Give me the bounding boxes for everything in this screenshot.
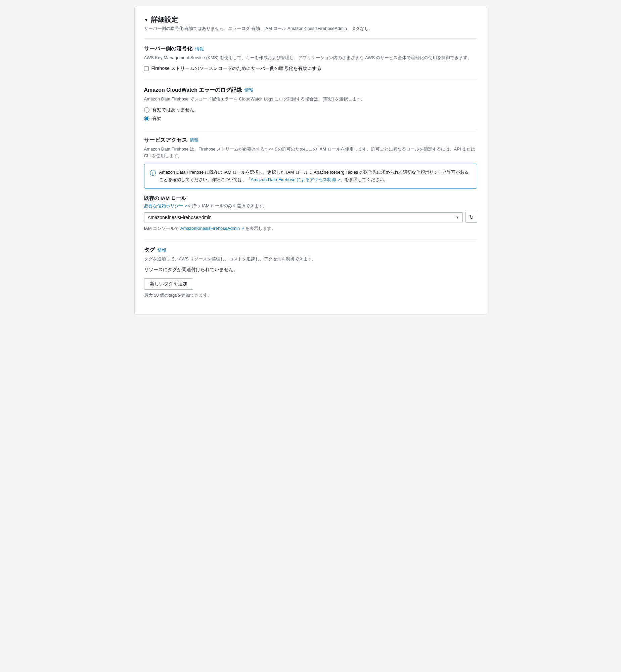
service-access-title: サービスアクセス (144, 137, 187, 144)
iam-role-select-row: AmazonKinesisFirehoseAdmin ▼ ↻ (144, 212, 477, 223)
cloudwatch-radio-disabled-row[interactable]: 有効ではありません (144, 107, 477, 113)
section-subtitle: サーバー側の暗号化 有効ではありません、エラーログ 有効、IAM ロール Ama… (144, 26, 477, 32)
cloudwatch-info-link[interactable]: 情報 (245, 87, 253, 93)
cloudwatch-section: Amazon CloudWatch エラーのログ記録 情報 Amazon Dat… (144, 87, 477, 122)
cloudwatch-radio-enabled-label: 有効 (152, 116, 162, 122)
iam-role-sublabel: 必要な信頼ポリシー ↗を持つ IAM ロールのみを選択できます。 (144, 203, 477, 209)
divider-2 (144, 80, 477, 80)
iam-role-select[interactable]: AmazonKinesisFirehoseAdmin (144, 212, 463, 223)
max-tags-note: 最大 50 個のtagsを追加できます。 (144, 292, 477, 299)
collapse-toggle[interactable]: ▼ (144, 17, 149, 23)
encryption-checkbox-label: Firehose ストリームのソースレコードのためにサーバー側の暗号化を有効にす… (152, 66, 321, 72)
trust-policy-link[interactable]: 必要な信頼ポリシー ↗ (144, 203, 188, 208)
external-link-icon-3: ↗ (241, 227, 244, 231)
tags-section: タグ 情報 タグを追加して、AWS リソースを整理し、コストを追跡し、アクセスを… (144, 247, 477, 299)
cloudwatch-radio-disabled-label: 有効ではありません (152, 107, 195, 113)
iam-console-note-suffix: を表示します。 (244, 226, 276, 231)
iam-console-link[interactable]: AmazonKinesisFirehoseAdmin ↗ (180, 226, 244, 231)
cloudwatch-title: Amazon CloudWatch エラーのログ記録 (144, 87, 242, 94)
info-circle-icon: ⓘ (150, 169, 156, 177)
service-access-info-box: ⓘ Amazon Data Firehose に既存の IAM ロールを選択し、… (144, 164, 477, 189)
divider-4 (144, 240, 477, 240)
cloudwatch-radio-enabled[interactable] (144, 116, 150, 121)
encryption-description: AWS Key Management Service (KMS) を使用して、キ… (144, 54, 477, 62)
cloudwatch-radio-enabled-row[interactable]: 有効 (144, 116, 477, 122)
refresh-button[interactable]: ↻ (465, 212, 477, 223)
cloudwatch-radio-disabled[interactable] (144, 107, 150, 113)
section-title: 詳細設定 (151, 15, 178, 24)
service-access-header: サービスアクセス 情報 (144, 137, 477, 144)
encryption-info-link[interactable]: 情報 (195, 46, 204, 52)
divider-3 (144, 130, 477, 130)
info-box-access-link[interactable]: Amazon Data Firehose によるアクセス制御 ↗ (251, 177, 340, 182)
external-link-icon-1: ↗ (337, 178, 340, 182)
iam-role-sublabel-text: を持つ IAM ロールのみを選択できます。 (188, 203, 267, 208)
service-access-section: サービスアクセス 情報 Amazon Data Firehose は、Fireh… (144, 137, 477, 232)
iam-console-note-text: IAM コンソールで (144, 226, 180, 231)
add-tag-button[interactable]: 新しいタグを追加 (144, 278, 193, 290)
encryption-title: サーバー側の暗号化 (144, 45, 193, 52)
main-card: ▼ 詳細設定 サーバー側の暗号化 有効ではありません、エラーログ 有効、IAM … (134, 7, 487, 315)
tags-header: タグ 情報 (144, 247, 477, 254)
tags-title: タグ (144, 247, 155, 254)
encryption-checkbox[interactable] (144, 66, 149, 71)
cloudwatch-description: Amazon Data Firehose でレコード配信エラーを CloudWa… (144, 96, 477, 103)
section-header: ▼ 詳細設定 (144, 15, 477, 24)
encryption-checkbox-row[interactable]: Firehose ストリームのソースレコードのためにサーバー側の暗号化を有効にす… (144, 66, 477, 72)
cloudwatch-radio-group: 有効ではありません 有効 (144, 107, 477, 122)
service-access-description: Amazon Data Firehose は、Firehose ストリームが必要… (144, 146, 477, 160)
tags-info-link[interactable]: 情報 (158, 247, 166, 253)
iam-role-select-wrapper: AmazonKinesisFirehoseAdmin ▼ (144, 212, 463, 223)
encryption-section: サーバー側の暗号化 情報 AWS Key Management Service … (144, 45, 477, 72)
divider-1 (144, 38, 477, 39)
external-link-icon-2: ↗ (184, 204, 188, 208)
info-box-text-after: 」を参照してください。 (340, 177, 388, 182)
encryption-header: サーバー側の暗号化 情報 (144, 45, 477, 52)
info-box-text: Amazon Data Firehose に既存の IAM ロールを選択し、選択… (159, 169, 471, 184)
no-tags-text: リソースにタグが関連付けられていません。 (144, 267, 477, 273)
tags-description: タグを追加して、AWS リソースを整理し、コストを追跡し、アクセスを制御できます… (144, 256, 477, 263)
service-access-info-link[interactable]: 情報 (190, 137, 199, 143)
cloudwatch-header: Amazon CloudWatch エラーのログ記録 情報 (144, 87, 477, 94)
iam-role-field-note: IAM コンソールで AmazonKinesisFirehoseAdmin ↗ … (144, 226, 477, 232)
iam-role-label: 既存の IAM ロール (144, 195, 477, 202)
